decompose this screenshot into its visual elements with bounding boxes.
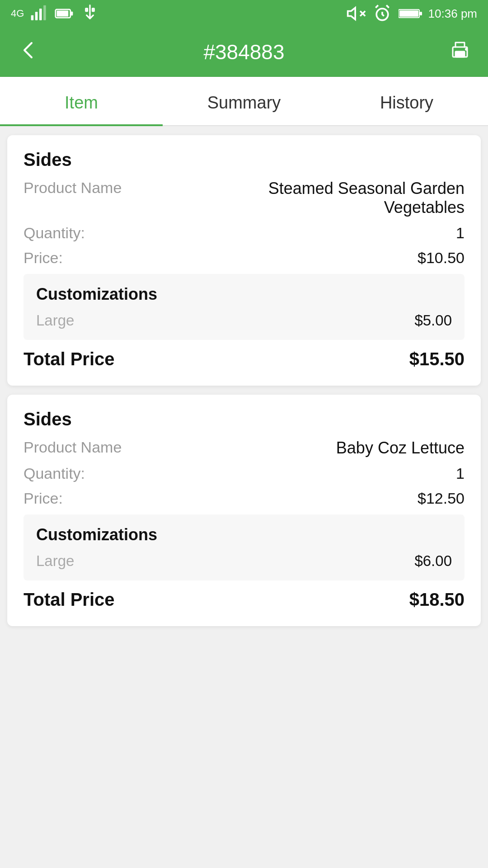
- price-row-1: Price: $10.50: [23, 249, 465, 267]
- quantity-row-2: Quantity: 1: [23, 465, 465, 482]
- customizations-box-2: Customizations Large $6.00: [23, 514, 465, 580]
- svg-rect-0: [31, 15, 34, 20]
- items-content: Sides Product Name Steamed Seasonal Gard…: [0, 126, 488, 635]
- tab-history[interactable]: History: [325, 77, 488, 125]
- svg-line-11: [386, 5, 389, 8]
- svg-rect-6: [71, 11, 73, 15]
- svg-rect-5: [57, 11, 69, 17]
- back-button[interactable]: [16, 38, 40, 66]
- customization-price-2-0: $6.00: [414, 552, 452, 570]
- svg-rect-14: [420, 12, 422, 15]
- tab-summary[interactable]: Summary: [163, 77, 325, 125]
- price-value-2: $12.50: [418, 490, 465, 507]
- product-name-row-1: Product Name Steamed Seasonal Garden Veg…: [23, 179, 465, 217]
- item-card-1: Sides Product Name Steamed Seasonal Gard…: [7, 135, 481, 386]
- time-display: 10:36 pm: [428, 7, 477, 21]
- svg-line-10: [375, 5, 378, 8]
- svg-point-19: [466, 48, 467, 50]
- price-label-1: Price:: [23, 249, 63, 267]
- tab-item[interactable]: Item: [0, 77, 163, 125]
- status-left: 4G: [11, 4, 100, 24]
- status-bar: 4G 1: [0, 0, 488, 27]
- quantity-label-2: Quantity:: [23, 465, 85, 482]
- customizations-box-1: Customizations Large $5.00: [23, 274, 465, 340]
- price-value-1: $10.50: [418, 249, 465, 267]
- quantity-label-1: Quantity:: [23, 224, 85, 242]
- customization-price-1-0: $5.00: [414, 312, 452, 329]
- total-row-2: Total Price $18.50: [23, 590, 465, 610]
- customization-row-2-0: Large $6.00: [36, 552, 452, 570]
- battery-icon: [55, 4, 75, 24]
- customizations-title-2: Customizations: [36, 525, 452, 544]
- print-button[interactable]: [448, 38, 472, 66]
- customization-name-2-0: Large: [36, 552, 74, 570]
- total-label-1: Total Price: [23, 349, 115, 369]
- quantity-value-2: 1: [456, 465, 465, 482]
- svg-rect-16: [455, 52, 465, 57]
- svg-rect-13: [399, 10, 418, 17]
- price-row-2: Price: $12.50: [23, 490, 465, 507]
- item-category-2: Sides: [23, 409, 465, 429]
- svg-rect-1: [35, 12, 38, 20]
- signal-bars-icon: [29, 4, 49, 24]
- customization-name-1-0: Large: [36, 312, 74, 329]
- customizations-title-1: Customizations: [36, 285, 452, 304]
- total-value-2: $18.50: [409, 590, 465, 610]
- svg-rect-2: [39, 9, 42, 20]
- svg-rect-3: [44, 5, 47, 20]
- product-name-value-2: Baby Coz Lettuce: [336, 439, 465, 458]
- tabs-bar: Item Summary History: [0, 77, 488, 126]
- price-label-2: Price:: [23, 490, 63, 507]
- product-name-label-1: Product Name: [23, 179, 122, 197]
- status-right: 10:36 pm: [346, 4, 477, 24]
- product-name-row-2: Product Name Baby Coz Lettuce: [23, 439, 465, 458]
- product-name-value-1: Steamed Seasonal Garden Vegetables: [200, 179, 465, 217]
- order-number: #384883: [40, 40, 448, 64]
- quantity-row-1: Quantity: 1: [23, 224, 465, 242]
- mute-icon: [346, 4, 366, 24]
- total-label-2: Total Price: [23, 590, 115, 610]
- network-label: 4G: [11, 8, 24, 19]
- total-value-1: $15.50: [409, 349, 465, 369]
- quantity-value-1: 1: [456, 224, 465, 242]
- battery-full-icon: [399, 6, 422, 21]
- customization-row-1-0: Large $5.00: [36, 312, 452, 329]
- product-name-label-2: Product Name: [23, 439, 122, 456]
- total-row-1: Total Price $15.50: [23, 349, 465, 369]
- app-header: #384883: [0, 27, 488, 77]
- usb-icon: [80, 4, 100, 24]
- alarm-icon: [372, 4, 392, 24]
- item-card-2: Sides Product Name Baby Coz Lettuce Quan…: [7, 395, 481, 626]
- item-category-1: Sides: [23, 150, 465, 170]
